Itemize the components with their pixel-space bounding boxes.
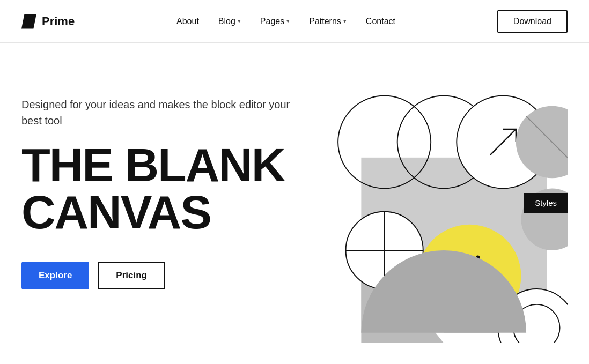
nav-links: About Blog ▾ Pages ▾ Patterns ▾ Contact <box>176 17 395 26</box>
styles-badge: Styles <box>524 193 568 213</box>
nav-link-about[interactable]: About <box>176 17 199 26</box>
chevron-down-icon: ▾ <box>343 18 347 25</box>
hero-illustration: Styles <box>299 75 568 343</box>
nav-link-blog[interactable]: Blog ▾ <box>218 17 241 26</box>
hero-title-line1: THE BLANK <box>21 138 284 191</box>
hero-title: THE BLANK CANVAS <box>21 142 299 236</box>
hero-subtitle: Designed for your ideas and makes the bl… <box>21 96 299 129</box>
chevron-down-icon: ▾ <box>238 18 241 25</box>
nav-item-about[interactable]: About <box>176 17 199 26</box>
hero-buttons: Explore Pricing <box>21 262 299 289</box>
hero-content: Designed for your ideas and makes the bl… <box>21 86 299 289</box>
logo-icon <box>21 14 36 29</box>
nav-link-pages[interactable]: Pages ▾ <box>260 17 290 26</box>
nav-item-patterns[interactable]: Patterns ▾ <box>309 17 347 26</box>
nav-link-patterns[interactable]: Patterns ▾ <box>309 17 347 26</box>
explore-button[interactable]: Explore <box>21 262 89 289</box>
hero-section: Designed for your ideas and makes the bl… <box>0 43 589 364</box>
download-button[interactable]: Download <box>497 10 568 33</box>
navbar: Prime About Blog ▾ Pages ▾ Patterns ▾ <box>0 0 589 43</box>
nav-link-contact[interactable]: Contact <box>366 17 395 26</box>
logo-link[interactable]: Prime <box>21 14 75 29</box>
nav-item-blog[interactable]: Blog ▾ <box>218 17 241 26</box>
nav-item-contact[interactable]: Contact <box>366 17 395 26</box>
chevron-down-icon: ▾ <box>286 18 290 25</box>
logo-text: Prime <box>42 14 75 28</box>
hero-title-line2: CANVAS <box>21 185 211 239</box>
pricing-button[interactable]: Pricing <box>98 262 165 289</box>
nav-item-pages[interactable]: Pages ▾ <box>260 17 290 26</box>
